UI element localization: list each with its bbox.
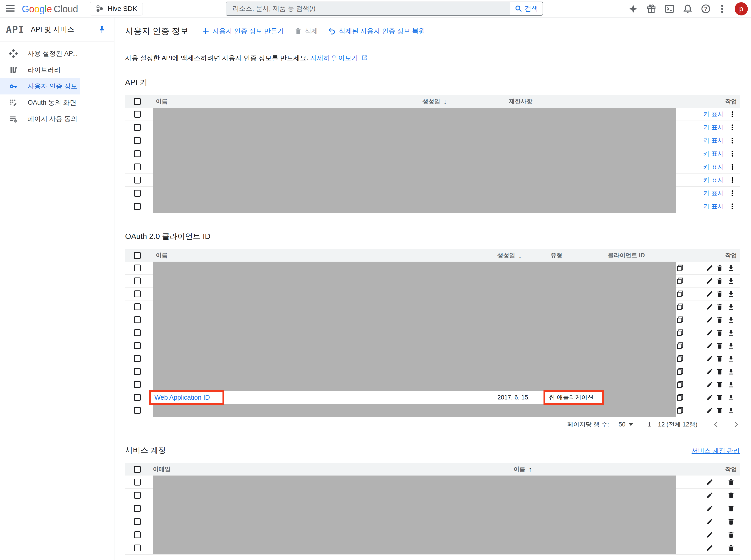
- edit-icon[interactable]: [706, 264, 713, 272]
- show-key-link[interactable]: 키 표시: [703, 176, 724, 184]
- column-header-created[interactable]: 생성일↓: [423, 95, 447, 108]
- help-icon[interactable]: ?: [701, 4, 711, 14]
- row-checkbox[interactable]: [134, 137, 141, 144]
- edit-icon[interactable]: [706, 518, 713, 525]
- trash-icon[interactable]: [727, 492, 735, 499]
- copy-icon[interactable]: [676, 290, 684, 298]
- trash-icon[interactable]: [716, 355, 723, 362]
- edit-icon[interactable]: [706, 316, 713, 323]
- download-icon[interactable]: [727, 290, 735, 298]
- copy-icon[interactable]: [676, 277, 684, 284]
- row-checkbox[interactable]: [134, 342, 141, 349]
- more-vert-icon[interactable]: [729, 163, 736, 171]
- row-checkbox[interactable]: [134, 518, 141, 525]
- notifications-bell-icon[interactable]: [683, 4, 693, 14]
- trash-icon[interactable]: [727, 479, 735, 486]
- copy-icon[interactable]: [676, 394, 684, 401]
- row-checkbox[interactable]: [134, 544, 141, 552]
- next-page-icon[interactable]: [732, 421, 740, 428]
- avatar[interactable]: p: [735, 2, 748, 16]
- row-checkbox[interactable]: [134, 394, 141, 401]
- row-checkbox[interactable]: [134, 150, 141, 157]
- row-checkbox[interactable]: [134, 532, 141, 538]
- show-key-link[interactable]: 키 표시: [703, 189, 724, 198]
- edit-icon[interactable]: [706, 277, 713, 284]
- download-icon[interactable]: [727, 407, 735, 414]
- show-key-link[interactable]: 키 표시: [703, 123, 724, 132]
- copy-icon[interactable]: [676, 381, 684, 388]
- row-checkbox[interactable]: [134, 177, 141, 183]
- row-checkbox[interactable]: [134, 479, 141, 485]
- column-header-name[interactable]: 이름↑: [513, 463, 532, 476]
- sidebar-item-credentials[interactable]: 사용자 인증 정보: [0, 78, 80, 95]
- show-key-link[interactable]: 키 표시: [703, 202, 724, 211]
- row-checkbox[interactable]: [134, 303, 141, 310]
- edit-icon[interactable]: [706, 381, 713, 388]
- download-icon[interactable]: [727, 329, 735, 336]
- manage-service-accounts-link[interactable]: 서비스 계정 관리: [691, 446, 740, 455]
- trash-icon[interactable]: [716, 394, 723, 401]
- sidebar-item-enabled-apis[interactable]: 사용 설정된 AP...: [0, 45, 114, 62]
- edit-icon[interactable]: [706, 407, 713, 414]
- trash-icon[interactable]: [716, 342, 723, 349]
- show-key-link[interactable]: 키 표시: [703, 163, 724, 171]
- search-button[interactable]: 검색: [510, 2, 543, 15]
- row-checkbox[interactable]: [134, 407, 141, 414]
- more-vert-icon[interactable]: [729, 124, 736, 131]
- select-all-checkbox[interactable]: [134, 466, 141, 473]
- menu-icon[interactable]: [6, 5, 15, 12]
- download-icon[interactable]: [727, 264, 735, 272]
- row-checkbox[interactable]: [134, 291, 141, 297]
- more-vert-icon[interactable]: [729, 137, 736, 144]
- more-vert-icon[interactable]: [719, 4, 726, 14]
- trash-icon[interactable]: [727, 531, 735, 538]
- gemini-sparkle-icon[interactable]: [628, 4, 638, 14]
- edit-icon[interactable]: [706, 544, 713, 552]
- project-picker-button[interactable]: Hive SDK: [90, 2, 143, 16]
- sidebar-item-page-consent[interactable]: 페이지 사용 동의: [0, 111, 114, 127]
- edit-icon[interactable]: [706, 329, 713, 336]
- copy-icon[interactable]: [676, 368, 684, 375]
- more-vert-icon[interactable]: [729, 177, 736, 184]
- download-icon[interactable]: [727, 381, 735, 388]
- row-checkbox[interactable]: [134, 355, 141, 362]
- row-checkbox[interactable]: [134, 492, 141, 499]
- edit-icon[interactable]: [706, 492, 713, 499]
- row-checkbox[interactable]: [134, 505, 141, 512]
- copy-icon[interactable]: [676, 316, 684, 323]
- trash-icon[interactable]: [716, 290, 723, 298]
- trash-icon[interactable]: [716, 264, 723, 272]
- edit-icon[interactable]: [706, 290, 713, 298]
- edit-icon[interactable]: [706, 531, 713, 538]
- delete-button[interactable]: 삭제: [295, 26, 318, 36]
- learn-more-link[interactable]: 자세히 알아보기: [310, 54, 358, 62]
- row-checkbox[interactable]: [134, 163, 141, 170]
- copy-icon[interactable]: [676, 407, 684, 414]
- row-checkbox[interactable]: [134, 111, 141, 118]
- edit-icon[interactable]: [706, 342, 713, 349]
- show-key-link[interactable]: 키 표시: [703, 110, 724, 119]
- show-key-link[interactable]: 키 표시: [703, 136, 724, 145]
- more-vert-icon[interactable]: [729, 203, 736, 210]
- pin-icon[interactable]: [97, 25, 106, 34]
- more-vert-icon[interactable]: [729, 189, 736, 197]
- edit-icon[interactable]: [706, 394, 713, 401]
- trash-icon[interactable]: [716, 277, 723, 284]
- download-icon[interactable]: [727, 342, 735, 349]
- more-vert-icon[interactable]: [729, 150, 736, 157]
- edit-icon[interactable]: [706, 355, 713, 362]
- create-credentials-button[interactable]: 사용자 인증 정보 만들기: [202, 26, 284, 36]
- select-all-checkbox[interactable]: [134, 98, 141, 105]
- copy-icon[interactable]: [676, 303, 684, 311]
- oauth-client-name-link[interactable]: Web Application ID: [155, 394, 210, 401]
- google-cloud-logo[interactable]: GoogleCloud: [22, 4, 78, 15]
- cloud-shell-icon[interactable]: [664, 4, 675, 14]
- search-input[interactable]: 리소스, 문서, 제품 등 검색(/): [226, 2, 510, 15]
- download-icon[interactable]: [727, 316, 735, 323]
- copy-icon[interactable]: [676, 355, 684, 362]
- rows-per-page-select[interactable]: 50: [618, 421, 633, 428]
- edit-icon[interactable]: [706, 505, 713, 512]
- trash-icon[interactable]: [716, 303, 723, 311]
- show-key-link[interactable]: 키 표시: [703, 149, 724, 158]
- row-checkbox[interactable]: [134, 264, 141, 272]
